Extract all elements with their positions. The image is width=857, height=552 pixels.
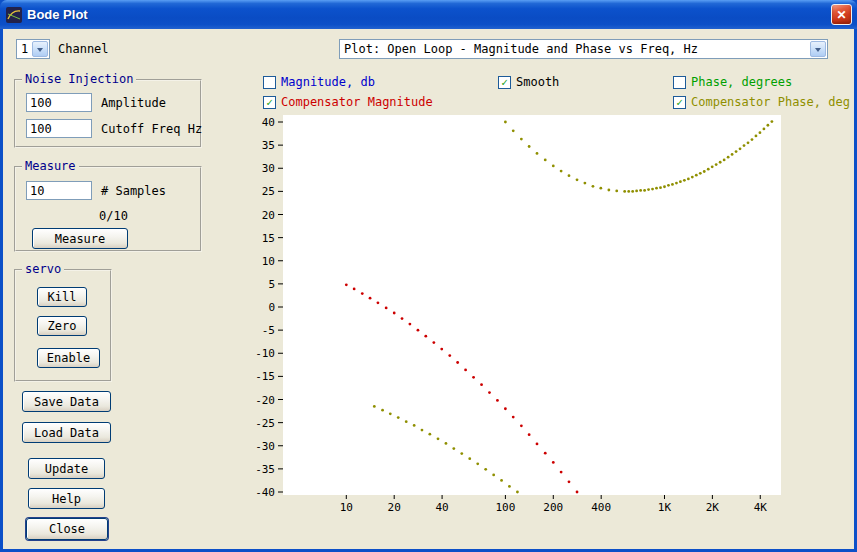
measure-group: Measure # Samples 0/10 Measure bbox=[14, 166, 202, 252]
servo-group: servo Kill Zero Enable bbox=[14, 269, 112, 382]
svg-text:10: 10 bbox=[340, 501, 353, 514]
noise-injection-title: Noise Injection bbox=[22, 72, 136, 86]
samples-label: # Samples bbox=[101, 184, 166, 198]
svg-text:4K: 4K bbox=[754, 501, 768, 514]
svg-text:20: 20 bbox=[388, 501, 401, 514]
svg-text:10: 10 bbox=[262, 255, 275, 268]
checkbox-label: Phase, degrees bbox=[691, 76, 792, 89]
dialog-content: 1 Channel Plot: Open Loop - Magnitude an… bbox=[3, 29, 854, 549]
servo-group-title: servo bbox=[22, 262, 64, 276]
plot-mode-select[interactable]: Plot: Open Loop - Magnitude and Phase vs… bbox=[339, 39, 828, 59]
svg-text:-5: -5 bbox=[262, 324, 275, 337]
chevron-down-icon[interactable] bbox=[810, 41, 826, 57]
checkbox-icon[interactable] bbox=[263, 76, 276, 89]
svg-text:40: 40 bbox=[262, 116, 275, 129]
measure-button[interactable]: Measure bbox=[32, 228, 128, 249]
svg-text:-15: -15 bbox=[255, 370, 275, 383]
enable-button[interactable]: Enable bbox=[37, 348, 100, 368]
close-button[interactable]: Close bbox=[26, 518, 108, 540]
checkbox-magnitude-db[interactable]: Magnitude, db bbox=[263, 76, 375, 89]
noise-injection-group: Noise Injection Amplitude Cutoff Freq Hz bbox=[14, 79, 202, 148]
svg-text:30: 30 bbox=[262, 162, 275, 175]
load-data-button[interactable]: Load Data bbox=[22, 422, 111, 443]
channel-label: Channel bbox=[58, 42, 109, 56]
app-icon bbox=[6, 7, 22, 23]
checkbox-label: Compensator Magnitude bbox=[281, 96, 433, 109]
svg-text:35: 35 bbox=[262, 139, 275, 152]
svg-text:-10: -10 bbox=[255, 347, 275, 360]
help-button[interactable]: Help bbox=[28, 488, 105, 509]
svg-text:-30: -30 bbox=[255, 440, 275, 453]
svg-text:25: 25 bbox=[262, 185, 275, 198]
svg-text:2K: 2K bbox=[706, 501, 720, 514]
svg-text:1K: 1K bbox=[658, 501, 672, 514]
svg-text:-20: -20 bbox=[255, 394, 275, 407]
svg-text:40: 40 bbox=[435, 501, 448, 514]
measure-progress: 0/10 bbox=[99, 209, 128, 223]
save-data-button[interactable]: Save Data bbox=[22, 391, 111, 412]
checkbox-icon[interactable]: ✓ bbox=[263, 96, 276, 109]
svg-text:-40: -40 bbox=[255, 486, 275, 499]
amplitude-input[interactable] bbox=[26, 93, 92, 112]
svg-text:-35: -35 bbox=[255, 463, 275, 476]
svg-text:0: 0 bbox=[268, 301, 275, 314]
close-window-button[interactable]: ✕ bbox=[831, 4, 852, 25]
close-icon: ✕ bbox=[836, 8, 846, 22]
measure-group-title: Measure bbox=[22, 159, 79, 173]
svg-text:-25: -25 bbox=[255, 417, 275, 430]
checkbox-icon[interactable]: ✓ bbox=[673, 96, 686, 109]
titlebar: Bode Plot ✕ bbox=[0, 0, 857, 29]
checkbox-label: Compensator Phase, deg bbox=[691, 96, 850, 109]
channel-select[interactable]: 1 bbox=[16, 39, 50, 59]
checkbox-label: Magnitude, db bbox=[281, 76, 375, 89]
svg-text:15: 15 bbox=[262, 232, 275, 245]
window-title: Bode Plot bbox=[27, 7, 88, 22]
zero-button[interactable]: Zero bbox=[37, 316, 87, 336]
amplitude-label: Amplitude bbox=[101, 96, 166, 110]
cutoff-freq-input[interactable] bbox=[26, 119, 92, 138]
checkbox-icon[interactable] bbox=[673, 76, 686, 89]
plot-mode-select-value: Plot: Open Loop - Magnitude and Phase vs… bbox=[340, 42, 809, 56]
bode-plot-canvas: 4035302520151050-5-10-15-20-25-30-35-401… bbox=[248, 110, 793, 522]
channel-select-value: 1 bbox=[17, 42, 31, 56]
svg-text:5: 5 bbox=[268, 278, 275, 291]
chevron-down-icon[interactable] bbox=[32, 41, 48, 57]
svg-text:200: 200 bbox=[543, 501, 563, 514]
checkbox-label: Smooth bbox=[516, 76, 559, 89]
update-button[interactable]: Update bbox=[28, 458, 105, 479]
checkbox-compensator-magnitude[interactable]: ✓ Compensator Magnitude bbox=[263, 96, 433, 109]
checkbox-phase-degrees[interactable]: Phase, degrees bbox=[673, 76, 792, 89]
checkbox-smooth[interactable]: ✓ Smooth bbox=[498, 76, 559, 89]
bode-plot-window: Bode Plot ✕ 1 Channel Plot: Open Loop - … bbox=[0, 0, 857, 552]
svg-text:100: 100 bbox=[495, 501, 515, 514]
samples-input[interactable] bbox=[26, 181, 92, 200]
svg-text:20: 20 bbox=[262, 209, 275, 222]
checkbox-compensator-phase[interactable]: ✓ Compensator Phase, deg bbox=[673, 96, 850, 109]
checkbox-icon[interactable]: ✓ bbox=[498, 76, 511, 89]
cutoff-freq-label: Cutoff Freq Hz bbox=[101, 122, 202, 136]
kill-button[interactable]: Kill bbox=[37, 287, 87, 307]
svg-text:400: 400 bbox=[591, 501, 611, 514]
